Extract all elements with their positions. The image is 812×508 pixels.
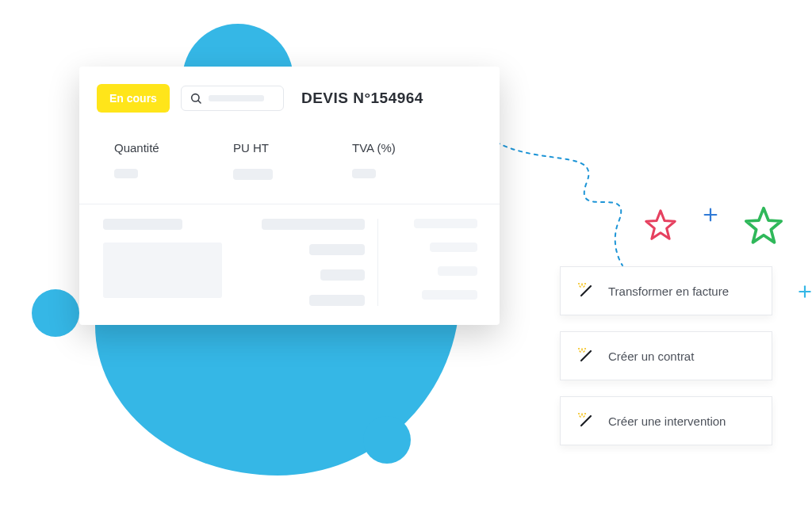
magic-wand-icon — [576, 411, 596, 430]
magic-wand-icon — [576, 281, 596, 300]
status-badge[interactable]: En cours — [97, 84, 170, 113]
summary-placeholder — [430, 243, 477, 252]
action-label: Créer une intervention — [608, 414, 726, 428]
summary-placeholder — [422, 290, 477, 300]
summary-placeholder — [309, 295, 365, 306]
summary-placeholder — [262, 219, 365, 230]
card-header: En cours DEVIS N°154964 — [79, 84, 500, 127]
summary-placeholder — [320, 269, 365, 281]
svg-line-5 — [198, 101, 201, 103]
svg-point-8 — [578, 348, 580, 349]
summary-placeholder — [309, 244, 365, 255]
plus-icon — [797, 284, 812, 300]
action-label: Créer un contrat — [608, 349, 694, 363]
svg-point-7 — [584, 283, 586, 285]
svg-point-10 — [578, 413, 580, 414]
search-icon — [190, 92, 202, 105]
table-row — [79, 162, 500, 204]
document-title: DEVIS N°154964 — [301, 90, 423, 107]
column-header-unit-price: PU HT — [233, 141, 352, 155]
search-input[interactable] — [181, 86, 284, 111]
svg-point-6 — [578, 283, 580, 285]
table-header-row: Quantité PU HT TVA (%) — [79, 127, 500, 162]
star-icon — [741, 204, 786, 249]
column-header-quantity: Quantité — [114, 141, 233, 155]
plus-icon — [702, 206, 719, 223]
create-contract-button[interactable]: Créer un contrat — [560, 331, 772, 380]
cell-placeholder — [352, 169, 376, 178]
search-placeholder — [209, 95, 264, 101]
summary-placeholder — [438, 266, 477, 276]
actions-panel: Transformer en facture Créer un contrat … — [560, 266, 772, 445]
action-label: Transformer en facture — [608, 285, 729, 298]
svg-point-11 — [584, 413, 586, 414]
create-intervention-button[interactable]: Créer une intervention — [560, 396, 772, 445]
svg-point-9 — [584, 348, 586, 349]
star-icon — [642, 208, 679, 244]
summary-placeholder — [414, 219, 477, 228]
summary-box-placeholder — [103, 243, 222, 298]
quote-card: En cours DEVIS N°154964 Quantité PU HT T… — [79, 67, 500, 325]
column-header-vat: TVA (%) — [352, 141, 471, 155]
decorative-blob-left — [32, 289, 79, 337]
summary-placeholder — [103, 219, 182, 230]
summary-block — [79, 204, 500, 306]
decorative-blob-bottom — [363, 416, 411, 464]
cell-placeholder — [114, 169, 138, 178]
cell-placeholder — [233, 169, 273, 180]
transform-to-invoice-button[interactable]: Transformer en facture — [560, 266, 772, 315]
magic-wand-icon — [576, 346, 596, 365]
